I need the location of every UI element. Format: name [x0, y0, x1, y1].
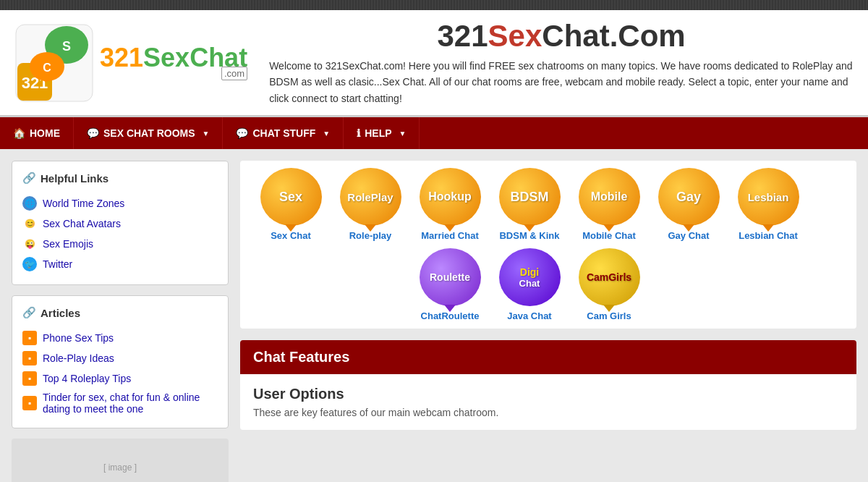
site-logo: 321 S C — [14, 23, 94, 103]
info-icon: ℹ — [357, 127, 360, 139]
orange-bullet-1: ▪ — [22, 331, 37, 345]
user-options-description: These are key features of our main webca… — [253, 407, 843, 418]
link-tinder-article[interactable]: ▪ Tinder for sex, chat for fun & online … — [22, 389, 218, 418]
room-digichat[interactable]: Digi Chat Java Chat — [493, 248, 566, 321]
room-hookup[interactable]: Hookup Married Chat — [414, 168, 486, 241]
orange-bullet-4: ▪ — [22, 396, 37, 410]
bubble-bdsm: BDSM — [499, 168, 561, 226]
room-roulette[interactable]: Roulette ChatRoulette — [414, 248, 486, 321]
room-sex[interactable]: Sex Sex Chat — [255, 168, 327, 241]
bubble-hookup: Hookup — [420, 168, 481, 226]
room-mobile[interactable]: Mobile Mobile Chat — [573, 168, 645, 241]
room-sex-label: Sex Chat — [271, 230, 311, 241]
link-sex-emojis[interactable]: 😜 Sex Emojis — [22, 234, 218, 254]
chevron-down-icon-2: ▼ — [323, 130, 330, 138]
nav-item-sex-chat-rooms[interactable]: 💬 SEX CHAT ROOMS ▼ — [74, 117, 223, 149]
bubble-digichat: Digi Chat — [499, 248, 561, 306]
bubble-mobile: Mobile — [579, 168, 640, 226]
navigation: 🏠 HOME 💬 SEX CHAT ROOMS ▼ 💬 CHAT STUFF ▼… — [0, 117, 868, 149]
orange-bullet-2: ▪ — [22, 351, 37, 365]
helpful-links-title: 🔗 Helpful Links — [22, 172, 218, 185]
title-suffix: Chat.Com — [542, 19, 685, 53]
logo-dotcom: .com — [221, 67, 247, 80]
room-camgirls-label: Cam Girls — [587, 310, 631, 321]
room-roleplay[interactable]: RolePlay Role-play — [334, 168, 407, 241]
orange-bullet-3: ▪ — [22, 371, 37, 386]
room-camgirls[interactable]: CamGirls Cam Girls — [573, 248, 645, 321]
title-red: Sex — [488, 19, 542, 53]
twitter-icon: 🐦 — [22, 257, 37, 271]
link-twitter[interactable]: 🐦 Twitter — [22, 254, 218, 274]
top-bar — [0, 0, 868, 10]
header-right: 321SexChat.Com Welcome to 321SexChat.com… — [247, 19, 854, 106]
svg-text:C: C — [43, 62, 51, 74]
logo-321: 321 — [100, 43, 143, 72]
bubble-camgirls: CamGirls — [579, 248, 640, 306]
room-gay[interactable]: Gay Gay Chat — [652, 168, 725, 241]
helpful-links-box: 🔗 Helpful Links 🌐 World Time Zones 😊 Sex… — [12, 161, 229, 285]
nav-home-label: HOME — [30, 127, 60, 139]
link-icon-title: 🔗 — [22, 172, 36, 185]
room-gay-label: Gay Chat — [668, 230, 709, 241]
chat-stuff-icon: 💬 — [236, 127, 248, 139]
nav-item-help[interactable]: ℹ HELP ▼ — [344, 117, 420, 149]
user-options-section: User Options These are key features of o… — [240, 374, 856, 430]
link-phone-sex-tips[interactable]: ▪ Phone Sex Tips — [22, 328, 218, 348]
logo-text: 321SexChat .com — [100, 45, 247, 80]
chat-text: Chat — [519, 278, 540, 289]
header: 321 S C 321SexChat .com 321SexChat.Com W… — [0, 10, 868, 117]
bubble-lesbian: Lesbian — [738, 168, 799, 226]
content-area: Sex Sex Chat RolePlay Role-play Hookup M… — [240, 161, 856, 482]
bubble-roleplay: RolePlay — [340, 168, 401, 226]
sidebar-bottom-image: [ image ] — [12, 439, 229, 482]
globe-icon: 🌐 — [22, 196, 37, 211]
bubble-gay: Gay — [658, 168, 720, 226]
link-role-play-ideas[interactable]: ▪ Role-Play Ideas — [22, 348, 218, 368]
link-top-4-roleplay-tips[interactable]: ▪ Top 4 Roleplay Tips — [22, 368, 218, 389]
site-description: Welcome to 321SexChat.com! Here you will… — [269, 58, 854, 106]
articles-link-icon: 🔗 — [22, 306, 36, 319]
nav-item-chat-stuff[interactable]: 💬 CHAT STUFF ▼ — [223, 117, 344, 149]
digi-text: Digi — [520, 266, 539, 278]
room-hookup-label: Married Chat — [421, 230, 478, 241]
nav-sex-chat-rooms-label: SEX CHAT ROOMS — [103, 127, 195, 139]
nav-help-label: HELP — [365, 127, 391, 139]
user-options-title: User Options — [253, 386, 843, 402]
nav-item-home[interactable]: 🏠 HOME — [0, 117, 74, 149]
room-digichat-label: Java Chat — [507, 310, 551, 321]
room-roleplay-label: Role-play — [349, 230, 392, 241]
chat-rooms-icon: 💬 — [87, 127, 99, 139]
link-sex-chat-avatars[interactable]: 😊 Sex Chat Avatars — [22, 213, 218, 234]
room-bdsm-label: BDSM & Kink — [499, 230, 559, 241]
articles-box: 🔗 Articles ▪ Phone Sex Tips ▪ Role-Play … — [12, 295, 229, 428]
articles-title: 🔗 Articles — [22, 306, 218, 319]
avatar-emoji-icon: 😊 — [22, 216, 37, 231]
sidebar: 🔗 Helpful Links 🌐 World Time Zones 😊 Sex… — [12, 161, 229, 482]
bubble-roulette: Roulette — [420, 248, 481, 306]
chat-rooms-grid: Sex Sex Chat RolePlay Role-play Hookup M… — [240, 161, 856, 329]
site-title: 321SexChat.Com — [269, 19, 854, 54]
nav-chat-stuff-label: CHAT STUFF — [252, 127, 315, 139]
svg-text:S: S — [62, 39, 71, 54]
chat-features-header: Chat Features — [240, 340, 856, 374]
chat-features-section: Chat Features User Options These are key… — [240, 340, 856, 430]
link-world-time-zones[interactable]: 🌐 World Time Zones — [22, 193, 218, 213]
room-roulette-label: ChatRoulette — [421, 310, 480, 321]
home-icon: 🏠 — [13, 127, 25, 139]
rooms-row2: Roulette ChatRoulette Digi Chat Java Cha… — [255, 248, 842, 321]
bubble-sex: Sex — [260, 168, 322, 226]
chevron-down-icon-3: ▼ — [399, 130, 407, 138]
title-prefix: 321 — [437, 19, 488, 53]
emoji-icon: 😜 — [22, 237, 37, 251]
logo-area: 321 S C 321SexChat .com — [14, 23, 247, 103]
room-bdsm[interactable]: BDSM BDSM & Kink — [493, 168, 566, 241]
room-lesbian[interactable]: Lesbian Lesbian Chat — [732, 168, 804, 241]
room-lesbian-label: Lesbian Chat — [739, 230, 798, 241]
room-mobile-label: Mobile Chat — [582, 230, 636, 241]
chevron-down-icon: ▼ — [203, 130, 210, 138]
main-content: 🔗 Helpful Links 🌐 World Time Zones 😊 Sex… — [0, 149, 868, 482]
